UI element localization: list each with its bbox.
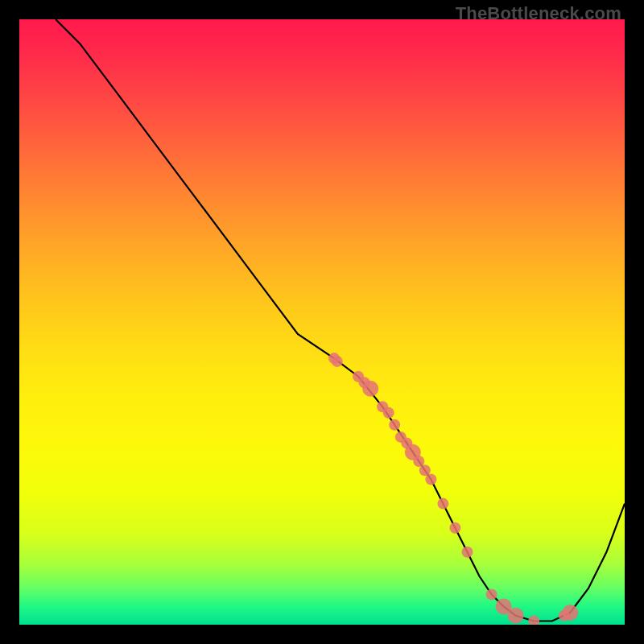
scatter-dots <box>328 353 578 625</box>
scatter-dot <box>437 498 448 510</box>
scatter-dot <box>462 547 473 558</box>
scatter-dot <box>449 522 460 534</box>
scatter-dot <box>508 608 524 624</box>
chart-frame <box>19 19 625 625</box>
chart-svg <box>19 19 625 625</box>
scatter-dot <box>562 605 578 621</box>
scatter-dot <box>332 356 343 367</box>
scatter-dot <box>486 588 497 600</box>
scatter-dot <box>425 474 436 485</box>
bottleneck-curve <box>56 19 625 621</box>
scatter-dot <box>362 381 378 397</box>
watermark-text: TheBottleneck.com <box>456 3 621 24</box>
scatter-dot <box>389 419 400 431</box>
scatter-dot <box>528 616 539 625</box>
scatter-dot <box>383 407 394 419</box>
